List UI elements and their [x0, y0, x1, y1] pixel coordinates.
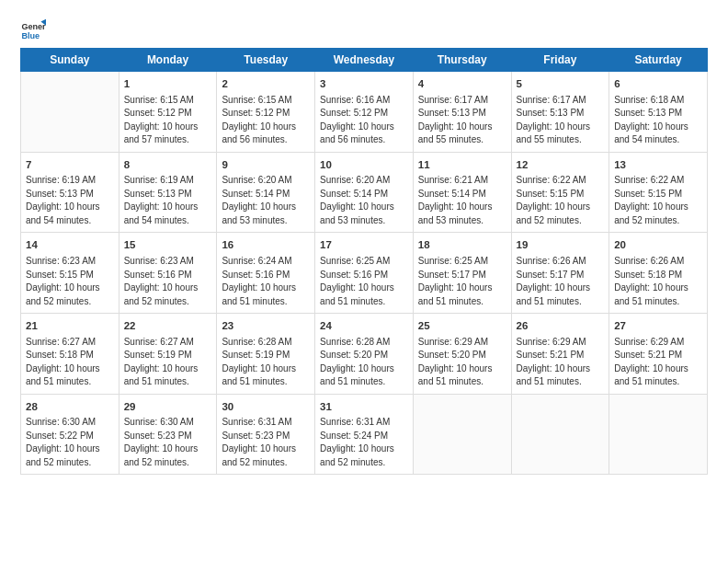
cell-content-line: and 52 minutes. — [320, 457, 385, 467]
day-number: 17 — [320, 237, 408, 253]
calendar-cell — [21, 72, 119, 153]
cell-content-line: Sunset: 5:15 PM — [517, 189, 585, 199]
cell-content-line: and 51 minutes. — [320, 376, 385, 386]
header-day-monday: Monday — [119, 49, 217, 72]
logo: General Blue — [20, 17, 50, 42]
cell-content-line: Sunrise: 6:20 AM — [320, 175, 390, 185]
cell-content-line: Sunset: 5:15 PM — [26, 270, 94, 280]
cell-content-line: Sunrise: 6:31 AM — [222, 417, 291, 427]
day-number: 10 — [320, 157, 408, 173]
cell-content-line: and 51 minutes. — [517, 296, 582, 306]
calendar-cell: 7Sunrise: 6:19 AMSunset: 5:13 PMDaylight… — [21, 152, 119, 233]
cell-content-line: and 51 minutes. — [614, 376, 679, 386]
cell-content-line: Daylight: 10 hours — [320, 201, 394, 212]
cell-content-line: Daylight: 10 hours — [418, 201, 493, 212]
calendar-cell: 5Sunrise: 6:17 AMSunset: 5:13 PMDaylight… — [511, 72, 609, 153]
cell-content-line: Sunset: 5:23 PM — [222, 431, 290, 441]
cell-content-line: Sunrise: 6:28 AM — [320, 337, 390, 347]
calendar-cell: 24Sunrise: 6:28 AMSunset: 5:20 PMDayligh… — [315, 314, 414, 395]
cell-content-line: and 56 minutes. — [222, 134, 287, 144]
cell-content-line: and 51 minutes. — [124, 376, 189, 386]
cell-content-line: Sunrise: 6:15 AM — [222, 95, 291, 105]
cell-content-line: Daylight: 10 hours — [26, 443, 100, 454]
cell-content-line: Sunrise: 6:25 AM — [320, 256, 390, 266]
header-day-sunday: Sunday — [21, 49, 119, 72]
cell-content-line: and 52 minutes. — [26, 457, 91, 467]
cell-content-line: Daylight: 10 hours — [26, 363, 100, 373]
day-number: 18 — [418, 237, 506, 253]
calendar-cell: 22Sunrise: 6:27 AMSunset: 5:19 PMDayligh… — [119, 314, 217, 395]
day-number: 5 — [517, 76, 605, 92]
day-number: 8 — [124, 157, 212, 173]
cell-content-line: Daylight: 10 hours — [124, 443, 199, 454]
svg-text:General: General — [21, 22, 46, 31]
week-row-3: 21Sunrise: 6:27 AMSunset: 5:18 PMDayligh… — [21, 314, 708, 395]
cell-content-line: Sunrise: 6:17 AM — [517, 95, 586, 105]
day-number: 30 — [222, 399, 310, 415]
cell-content-line: Sunset: 5:13 PM — [124, 189, 192, 199]
calendar-cell: 25Sunrise: 6:29 AMSunset: 5:20 PMDayligh… — [413, 314, 511, 395]
week-row-0: 1Sunrise: 6:15 AMSunset: 5:12 PMDaylight… — [21, 72, 708, 153]
day-number: 15 — [124, 237, 212, 253]
cell-content-line: Sunrise: 6:28 AM — [222, 337, 291, 347]
day-number: 1 — [124, 76, 212, 92]
cell-content-line: Sunset: 5:19 PM — [222, 350, 290, 360]
calendar-cell: 27Sunrise: 6:29 AMSunset: 5:21 PMDayligh… — [609, 314, 708, 395]
cell-content-line: Sunset: 5:18 PM — [614, 270, 682, 280]
cell-content-line: Daylight: 10 hours — [418, 363, 493, 373]
calendar-cell: 26Sunrise: 6:29 AMSunset: 5:21 PMDayligh… — [511, 314, 609, 395]
calendar-cell: 15Sunrise: 6:23 AMSunset: 5:16 PMDayligh… — [119, 233, 217, 314]
cell-content-line: Daylight: 10 hours — [26, 201, 100, 212]
cell-content-line: Sunrise: 6:15 AM — [124, 95, 194, 105]
cell-content-line: Daylight: 10 hours — [124, 363, 199, 373]
cell-content-line: Sunrise: 6:31 AM — [320, 417, 390, 427]
cell-content-line: Sunset: 5:16 PM — [222, 270, 290, 280]
cell-content-line: Sunrise: 6:27 AM — [124, 337, 194, 347]
cell-content-line: and 51 minutes. — [517, 376, 582, 386]
day-number: 16 — [222, 237, 310, 253]
cell-content-line: Sunset: 5:12 PM — [320, 108, 388, 118]
cell-content-line: Sunset: 5:24 PM — [320, 431, 388, 441]
cell-content-line: Sunset: 5:13 PM — [614, 108, 682, 118]
cell-content-line: Daylight: 10 hours — [26, 282, 100, 293]
cell-content-line: Sunrise: 6:27 AM — [26, 337, 96, 347]
cell-content-line: and 55 minutes. — [517, 134, 582, 144]
cell-content-line: Sunset: 5:12 PM — [222, 108, 290, 118]
calendar-cell: 16Sunrise: 6:24 AMSunset: 5:16 PMDayligh… — [217, 233, 315, 314]
calendar-cell: 29Sunrise: 6:30 AMSunset: 5:23 PMDayligh… — [119, 394, 217, 475]
cell-content-line: and 51 minutes. — [222, 296, 287, 306]
day-number: 4 — [418, 76, 506, 92]
cell-content-line: and 53 minutes. — [320, 215, 385, 225]
day-number: 25 — [418, 318, 506, 334]
cell-content-line: Daylight: 10 hours — [222, 121, 296, 132]
cell-content-line: Sunrise: 6:25 AM — [418, 256, 488, 266]
cell-content-line: Daylight: 10 hours — [320, 121, 394, 132]
cell-content-line: Sunset: 5:20 PM — [418, 350, 486, 360]
calendar-cell: 14Sunrise: 6:23 AMSunset: 5:15 PMDayligh… — [21, 233, 119, 314]
cell-content-line: Daylight: 10 hours — [614, 363, 688, 373]
cell-content-line: Sunset: 5:18 PM — [26, 350, 94, 360]
day-number: 23 — [222, 318, 310, 334]
cell-content-line: Sunrise: 6:24 AM — [222, 256, 291, 266]
cell-content-line: Sunset: 5:17 PM — [418, 270, 486, 280]
cell-content-line: Sunset: 5:16 PM — [124, 270, 192, 280]
day-number: 14 — [26, 237, 114, 253]
header-day-friday: Friday — [511, 49, 609, 72]
cell-content-line: Daylight: 10 hours — [320, 363, 394, 373]
logo-icon: General Blue — [20, 17, 46, 42]
calendar-cell: 21Sunrise: 6:27 AMSunset: 5:18 PMDayligh… — [21, 314, 119, 395]
calendar-cell: 31Sunrise: 6:31 AMSunset: 5:24 PMDayligh… — [315, 394, 414, 475]
cell-content-line: Sunrise: 6:19 AM — [26, 175, 96, 185]
cell-content-line: and 52 minutes. — [517, 215, 582, 225]
svg-text:Blue: Blue — [21, 31, 40, 40]
day-header-row: SundayMondayTuesdayWednesdayThursdayFrid… — [21, 49, 708, 72]
cell-content-line: Sunset: 5:14 PM — [418, 189, 486, 199]
cell-content-line: Daylight: 10 hours — [124, 282, 199, 293]
cell-content-line: Sunrise: 6:23 AM — [26, 256, 96, 266]
header-day-saturday: Saturday — [609, 49, 708, 72]
calendar-cell: 3Sunrise: 6:16 AMSunset: 5:12 PMDaylight… — [315, 72, 414, 153]
cell-content-line: Sunset: 5:22 PM — [26, 431, 94, 441]
cell-content-line: Daylight: 10 hours — [418, 282, 493, 293]
calendar-cell: 18Sunrise: 6:25 AMSunset: 5:17 PMDayligh… — [413, 233, 511, 314]
week-row-1: 7Sunrise: 6:19 AMSunset: 5:13 PMDaylight… — [21, 152, 708, 233]
